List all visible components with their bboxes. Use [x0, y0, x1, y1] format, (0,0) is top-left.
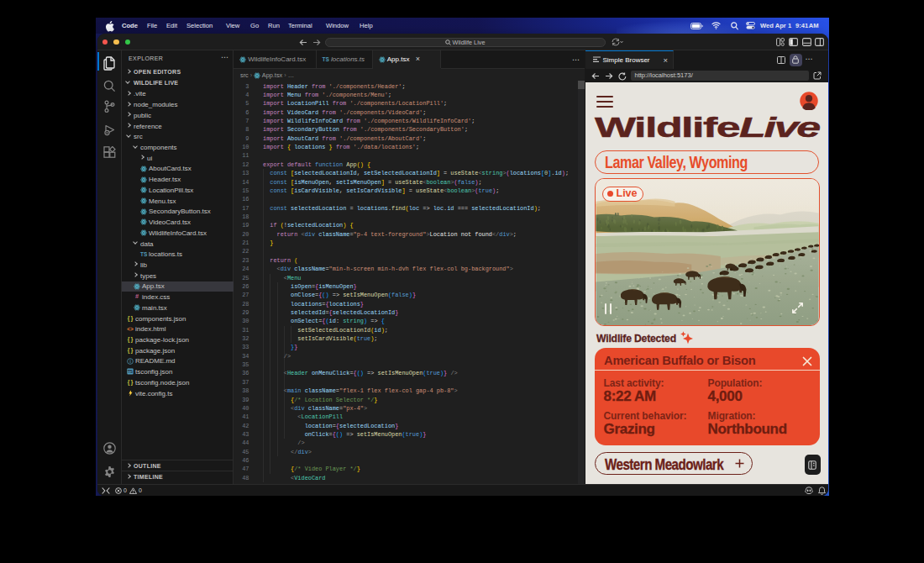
svg-text:TS: TS [128, 371, 134, 375]
